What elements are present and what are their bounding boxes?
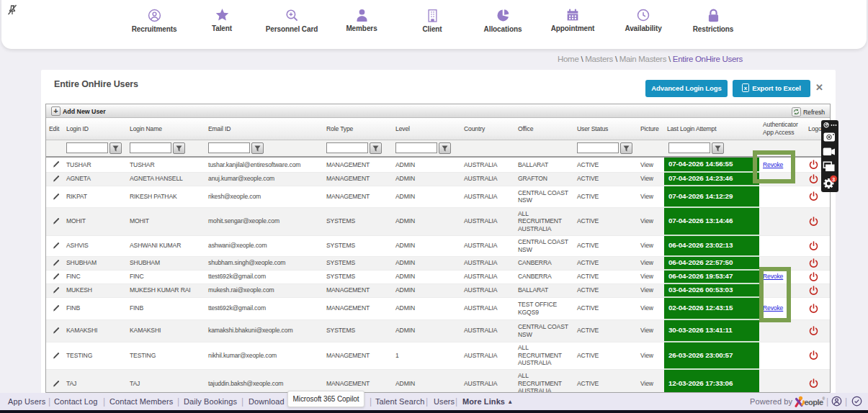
svg-text:eople: eople: [805, 398, 824, 407]
svg-text:®: ®: [823, 396, 826, 401]
svg-text:x: x: [744, 85, 748, 91]
svg-text:3: 3: [832, 177, 835, 182]
